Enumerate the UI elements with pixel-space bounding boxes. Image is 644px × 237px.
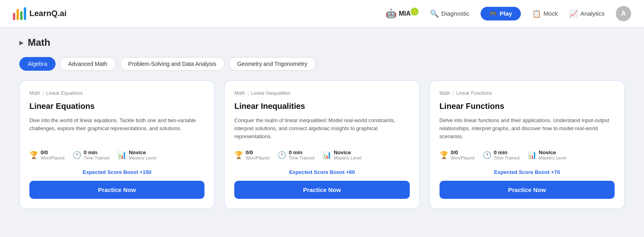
card-3-won-played: 🏆 0/0 Won/Played <box>440 149 475 160</box>
card-1-title: Linear Equations <box>29 102 204 111</box>
main-content: ▶ Math Algebra Advanced Math Problem-Sol… <box>0 27 644 222</box>
mia-label: MIA <box>399 10 411 17</box>
tab-problem-solving[interactable]: Problem-Solving and Data Analysis <box>120 57 225 71</box>
analytics-link[interactable]: 📈 Analytics <box>569 9 605 18</box>
card-1-time-trained: 🕐 0 min Time Trained <box>72 149 109 160</box>
card-3-score-boost: Expected Score Boost +70 <box>440 169 615 175</box>
card-2-desc: Conquer the realm of linear inequalities… <box>234 116 409 141</box>
clock-icon-3: 🕐 <box>483 151 491 159</box>
card-3-time-trained: 🕐 0 min Time Trained <box>483 149 520 160</box>
logo-icon <box>13 7 26 20</box>
card-3-subtitle: Math | Linear Functions <box>440 90 615 96</box>
play-button[interactable]: 🎮 Play <box>481 7 521 20</box>
clock-icon: 🕐 <box>72 151 81 159</box>
nav-center: 🤖 MIA ⚡ 🔍 Diagnostic 🎮 Play 📋 Mock 📈 Ana… <box>386 6 631 21</box>
card-1-score-boost: Expected Score Boost +150 <box>29 169 204 175</box>
analytics-icon: 📈 <box>569 9 578 18</box>
mock-label: Mock <box>543 10 558 17</box>
card-3-category: Math <box>440 90 450 96</box>
card-1-subcategory: Linear Equations <box>46 90 83 96</box>
mia-button[interactable]: 🤖 MIA ⚡ <box>386 8 419 19</box>
diagnostic-label: Diagnostic <box>441 10 469 17</box>
card-2-category: Math <box>234 90 245 96</box>
trophy-icon-2: 🏆 <box>234 151 243 159</box>
trophy-icon: 🏆 <box>29 151 38 159</box>
card-3-desc: Delve into linear functions and their ap… <box>440 116 615 141</box>
trophy-icon-3: 🏆 <box>440 151 448 159</box>
card-2-mastery: 📊 Novice Mastery Level <box>322 149 361 160</box>
card-1-won-played: 🏆 0/0 Won/Played <box>29 149 64 160</box>
card-3-stats: 🏆 0/0 Won/Played 🕐 0 min Time Trained 📊 <box>440 146 615 163</box>
mock-icon: 📋 <box>532 9 541 18</box>
play-triangle-icon: ▶ <box>19 39 24 46</box>
clock-icon-2: 🕐 <box>277 151 286 159</box>
avatar[interactable]: A <box>616 6 631 21</box>
card-3-mastery: 📊 Novice Mastery Level <box>528 149 566 160</box>
card-3-practice-button[interactable]: Practice Now <box>440 181 615 199</box>
card-2-title: Linear Inequalities <box>234 102 409 111</box>
card-2-stats: 🏆 0/0 Won/Played 🕐 0 min Time Trained 📊 <box>234 146 409 163</box>
card-2-score-boost: Expected Score Boost +60 <box>234 169 409 175</box>
card-1-subtitle: Math | Linear Equations <box>29 90 204 96</box>
analytics-label: Analytics <box>580 10 605 17</box>
card-linear-inequalities: Math | Linear Inequalities Linear Inequa… <box>224 80 419 209</box>
card-1-mastery: 📊 Novice Mastery Level <box>118 149 156 160</box>
cards-grid: Math | Linear Equations Linear Equations… <box>19 80 625 209</box>
card-3-subcategory: Linear Functions <box>456 90 492 96</box>
tabs-row: Algebra Advanced Math Problem-Solving an… <box>19 57 625 71</box>
card-2-subtitle: Math | Linear Inequalities <box>234 90 409 96</box>
card-2-won-played: 🏆 0/0 Won/Played <box>234 149 269 160</box>
tab-geometry[interactable]: Geometry and Trigonometry <box>229 57 316 71</box>
play-icon: 🎮 <box>489 10 497 17</box>
tab-algebra[interactable]: Algebra <box>19 57 56 71</box>
card-3-title: Linear Functions <box>440 102 615 111</box>
chart-icon-2: 📊 <box>322 151 331 159</box>
card-2-subcategory: Linear Inequalities <box>251 90 290 96</box>
tab-advanced-math[interactable]: Advanced Math <box>60 57 116 71</box>
mia-robot-icon: 🤖 <box>386 8 396 19</box>
card-2-practice-button[interactable]: Practice Now <box>234 181 409 199</box>
chart-icon: 📊 <box>118 151 126 159</box>
card-linear-equations: Math | Linear Equations Linear Equations… <box>19 80 215 209</box>
card-linear-functions: Math | Linear Functions Linear Functions… <box>429 80 625 209</box>
card-2-time-trained: 🕐 0 min Time Trained <box>277 149 314 160</box>
card-1-desc: Dive into the world of linear equations.… <box>29 116 204 141</box>
card-1-practice-button[interactable]: Practice Now <box>29 181 204 199</box>
diagnostic-link[interactable]: 🔍 Diagnostic <box>430 9 469 18</box>
page-title-row: ▶ Math <box>19 37 625 48</box>
navbar: LearnQ.ai 🤖 MIA ⚡ 🔍 Diagnostic 🎮 Play 📋 … <box>0 0 644 27</box>
mia-badge: ⚡ <box>411 8 419 16</box>
card-1-category: Math <box>29 90 40 96</box>
page-title: Math <box>28 37 50 48</box>
mock-link[interactable]: 📋 Mock <box>532 9 558 18</box>
logo-text: LearnQ.ai <box>29 9 66 18</box>
card-1-stats: 🏆 0/0 Won/Played 🕐 0 min Time Trained 📊 <box>29 146 204 163</box>
play-label: Play <box>500 10 512 17</box>
chart-icon-3: 📊 <box>528 151 537 159</box>
logo-area: LearnQ.ai <box>13 7 376 20</box>
diagnostic-icon: 🔍 <box>430 9 439 18</box>
